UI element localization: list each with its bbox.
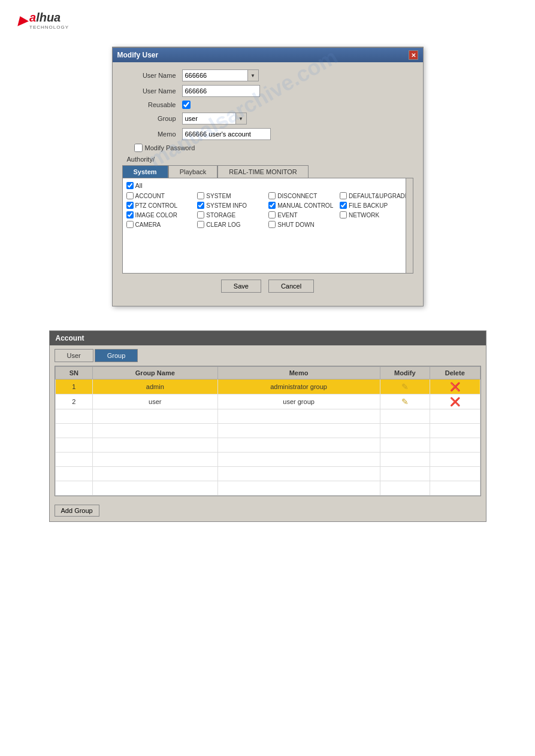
save-button[interactable]: Save [221,280,261,293]
col-memo: Memo [217,367,380,379]
perm-manual-control: MANUAL CONTROL [268,201,337,210]
perm-account-label: ACCOUNT [135,193,165,199]
username-dropdown-row: User Name ▼ [122,69,413,81]
modify-password-row: Modify Password [122,144,413,152]
delete-icon[interactable]: ❌ [450,382,460,391]
perm-camera-checkbox[interactable] [126,221,134,228]
table-row-empty [55,438,480,453]
edit-icon[interactable]: ✎ [401,382,409,391]
table-row-empty [55,481,480,496]
perm-shut-down-checkbox[interactable] [268,221,276,228]
col-delete: Delete [430,367,480,379]
modify-user-dialog: manualsarchive.com Modify User ✕ User Na… [112,47,424,306]
perm-manual-control-checkbox[interactable] [268,202,276,209]
logo-brand: alhua [29,11,61,24]
perm-image-color-label: IMAGE COLOR [135,212,178,218]
perm-system-info: SYSTEM INFO [197,201,266,210]
perm-system-info-checkbox[interactable] [197,202,204,209]
account-title-bar: Account [50,331,486,345]
group-dropdown-arrow[interactable]: ▼ [236,113,247,125]
perm-default-upgrade-checkbox[interactable] [340,192,347,199]
username-dropdown-container: ▼ [182,69,259,81]
account-panel: Account User Group SN Group Name Memo Mo… [49,330,486,522]
perm-ptz-control-checkbox[interactable] [126,202,134,209]
logo-icon: ▶ [18,13,27,28]
delete-icon[interactable]: ❌ [450,397,460,406]
tab-realtime[interactable]: REAL-TIME MONITOR [217,165,308,178]
reusable-row: Reusable [122,101,413,109]
row-modify[interactable]: ✎ [380,379,430,394]
perm-default-upgrade: DEFAULT&UPGRADE [340,192,409,200]
perm-all-checkbox[interactable] [126,182,134,189]
account-tab-user[interactable]: User [55,349,93,362]
tab-system[interactable]: System [122,165,168,178]
account-footer: Add Group [50,500,486,521]
reusable-checkbox[interactable] [182,101,191,109]
dialog-close-button[interactable]: ✕ [409,50,418,60]
row-delete[interactable]: ❌ [430,394,480,409]
perm-ptz-control-label: PTZ CONTROL [135,202,178,209]
perm-event: EVENT [268,211,337,219]
row-delete[interactable]: ❌ [430,379,480,394]
account-table-container: SN Group Name Memo Modify Delete 1 admin… [55,366,481,496]
perm-all-label: All [135,182,143,189]
row-modify[interactable]: ✎ [380,394,430,409]
account-table-body: 1 admin administrator group ✎ ❌ 2 user [55,379,480,496]
perm-clear-log-checkbox[interactable] [197,221,204,228]
table-row: 1 admin administrator group ✎ ❌ [55,379,480,394]
col-modify: Modify [380,367,430,379]
account-table-header: SN Group Name Memo Modify Delete [55,367,480,379]
perm-file-backup-label: FILE BACKUP [349,202,388,209]
username-input-label: User Name [122,87,182,95]
username-dropdown-arrow[interactable]: ▼ [248,69,259,81]
perm-system: SYSTEM [197,192,266,200]
perm-camera: CAMERA [126,220,195,229]
perm-default-upgrade-label: DEFAULT&UPGRADE [349,193,409,199]
group-input[interactable] [182,113,236,125]
account-title: Account [56,334,84,342]
dialog-buttons: Save Cancel [122,274,413,299]
group-select-container: ▼ [182,113,247,125]
perm-shut-down: SHUT DOWN [268,220,337,229]
perm-disconnect: DISCONNECT [268,192,337,200]
permissions-grid: ACCOUNT SYSTEM DISCONNECT DEFAULT&UPGRAD… [126,192,409,229]
perm-network-checkbox[interactable] [340,211,347,218]
authority-label: Authority/ [122,156,413,163]
perm-image-color: IMAGE COLOR [126,211,195,219]
account-tab-group[interactable]: Group [95,349,138,362]
col-sn: SN [55,367,93,379]
table-row-empty [55,453,480,467]
group-label: Group [122,115,182,122]
permission-tabs: System Playback REAL-TIME MONITOR [122,165,413,178]
page-content: manualsarchive.com Modify User ✕ User Na… [0,41,535,528]
row-memo: user group [217,394,380,409]
tab-playback[interactable]: Playback [168,165,218,178]
perm-system-label: SYSTEM [206,193,231,199]
perm-storage: STORAGE [197,211,266,219]
perm-disconnect-checkbox[interactable] [268,192,276,199]
perm-system-checkbox[interactable] [197,192,204,199]
modify-password-checkbox[interactable] [134,144,143,152]
add-group-button[interactable]: Add Group [55,505,99,517]
username-dropdown-input[interactable] [182,69,248,81]
perm-account-checkbox[interactable] [126,192,134,199]
permissions-scrollbar[interactable] [406,178,413,273]
memo-input[interactable] [182,128,271,140]
perm-camera-label: CAMERA [135,221,161,228]
perm-disconnect-label: DISCONNECT [277,193,317,199]
edit-icon[interactable]: ✎ [401,397,409,406]
username-input[interactable] [182,85,260,97]
dialog-title: Modify User [117,51,159,59]
perm-storage-checkbox[interactable] [197,211,204,218]
perm-network-label: NETWORK [349,212,379,218]
perm-file-backup: FILE BACKUP [340,201,409,210]
permissions-panel: All ACCOUNT SYSTEM DISCONNECT [122,178,413,274]
perm-image-color-checkbox[interactable] [126,211,134,218]
dialog-titlebar: Modify User ✕ [113,48,423,62]
cancel-button[interactable]: Cancel [268,280,314,293]
perm-clear-log-label: CLEAR LOG [206,221,240,228]
perm-all-row: All [126,182,409,189]
username-dropdown-label: User Name [122,72,182,79]
perm-event-checkbox[interactable] [268,211,276,218]
perm-file-backup-checkbox[interactable] [340,202,347,209]
